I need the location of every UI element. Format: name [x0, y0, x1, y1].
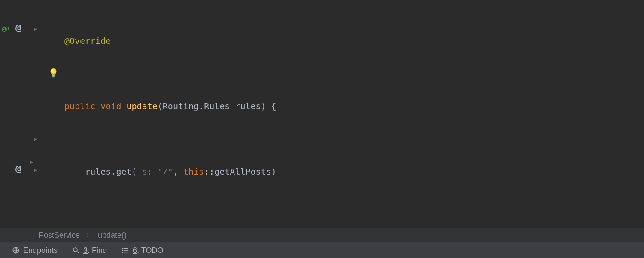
find-label: : Find — [88, 246, 107, 255]
svg-point-8 — [122, 252, 123, 253]
svg-point-6 — [122, 248, 123, 249]
tool-window-bar: Endpoints 3: Find 6: TODO — [0, 243, 644, 258]
breadcrumb-bar: PostService 〉 update() — [0, 228, 644, 243]
todo-tool-button[interactable]: 6: TODO — [122, 246, 163, 255]
breadcrumb-separator-icon: 〉 — [86, 231, 92, 239]
svg-point-7 — [122, 250, 123, 251]
code-line[interactable]: rules.get( s: "/", this::getAllPosts) — [64, 163, 644, 180]
todo-mnemonic: 6 — [133, 246, 137, 255]
override-marker-icon[interactable]: @ — [15, 23, 21, 33]
gutter-separator — [38, 0, 38, 228]
globe-icon — [12, 246, 20, 254]
endpoints-label: Endpoints — [23, 246, 58, 255]
find-tool-button[interactable]: 3: Find — [72, 246, 107, 255]
todo-label: : TODO — [137, 246, 163, 255]
param-hint: s: — [137, 166, 158, 177]
svg-line-2 — [77, 251, 79, 253]
breadcrumb-method[interactable]: update() — [98, 231, 127, 240]
code-line[interactable]: @Override — [64, 33, 644, 49]
fold-start-2-icon[interactable]: ⊟ — [34, 168, 38, 173]
method-marker-icon[interactable]: @ — [15, 164, 21, 174]
gutter: i ↑ @ ⊟ 💡 ⊟ ▶ @ ⊟ — [0, 0, 43, 228]
endpoints-tool-button[interactable]: Endpoints — [12, 246, 58, 255]
svg-point-1 — [73, 248, 77, 252]
run-hint-icon[interactable]: ▶ — [30, 159, 33, 165]
override-arrow-icon[interactable]: ↑ — [6, 25, 10, 31]
fold-start-icon[interactable]: ⊟ — [34, 27, 38, 32]
annotation-override: @Override — [64, 36, 111, 46]
breadcrumb-class[interactable]: PostService — [39, 231, 80, 240]
editor-area: i ↑ @ ⊟ 💡 ⊟ ▶ @ ⊟ @Override public void … — [0, 0, 644, 228]
fold-end-icon[interactable]: ⊟ — [34, 137, 38, 142]
code-viewport[interactable]: @Override public void update(Routing.Rul… — [43, 0, 644, 228]
list-icon — [122, 246, 129, 254]
intention-bulb-icon[interactable]: 💡 — [48, 69, 59, 77]
find-mnemonic: 3 — [83, 246, 88, 255]
search-icon — [72, 246, 80, 254]
code-line[interactable]: public void update(Routing.Rules rules) … — [64, 98, 644, 114]
